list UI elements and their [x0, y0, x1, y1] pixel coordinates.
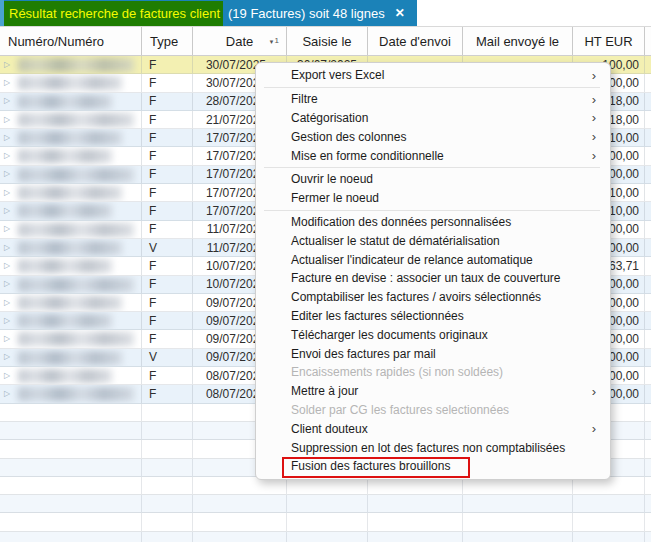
- expand-caret-icon[interactable]: ▷: [4, 372, 10, 380]
- redacted-invoice-number: [18, 76, 122, 90]
- expand-caret-icon[interactable]: ▷: [4, 335, 10, 343]
- col-header-label: Numéro/Numéro: [8, 34, 104, 49]
- empty-cell: [142, 477, 193, 495]
- submenu-arrow-icon: ›: [592, 149, 596, 162]
- cell-value: 18,00: [609, 113, 639, 127]
- expand-caret-icon[interactable]: ▷: [4, 170, 10, 178]
- empty-cell: [142, 422, 193, 440]
- menu-item-comptabiliser-les-factures-avoirs[interactable]: Comptabiliser les factures / avoirs séle…: [256, 288, 610, 307]
- col-header-numero[interactable]: Numéro/Numéro: [0, 27, 142, 55]
- menu-item-mettre-a-jour[interactable]: Mettre à jour›: [256, 382, 610, 401]
- cell-type: F: [142, 74, 193, 92]
- cell-type: F: [142, 385, 193, 403]
- cell-value: F: [149, 186, 156, 200]
- empty-cell: [573, 513, 645, 531]
- empty-cell: [142, 440, 193, 458]
- empty-cell: [368, 513, 463, 531]
- expand-caret-icon[interactable]: ▷: [4, 207, 10, 215]
- expand-caret-icon[interactable]: ▷: [4, 262, 10, 270]
- menu-item-facture-en-devise-associer[interactable]: Facture en devise : associer un taux de …: [256, 269, 610, 288]
- menu-item-envoi-des-factures-par[interactable]: Envoi des factures par mail: [256, 344, 610, 363]
- redacted-invoice-number: [18, 204, 112, 218]
- menu-item-label: Envoi des factures par mail: [291, 347, 436, 361]
- menu-item-client-douteux[interactable]: Client douteux›: [256, 419, 610, 438]
- cell-type: F: [142, 93, 193, 111]
- col-header-type[interactable]: Type: [142, 27, 193, 55]
- expand-caret-icon[interactable]: ▷: [4, 97, 10, 105]
- expand-caret-icon[interactable]: ▷: [4, 353, 10, 361]
- menu-item-actualiser-le-statut-de[interactable]: Actualiser le statut de dématérialisatio…: [256, 231, 610, 250]
- expand-caret-icon[interactable]: ▷: [4, 189, 10, 197]
- expand-caret-icon[interactable]: ▷: [4, 134, 10, 142]
- redacted-invoice-number: [18, 149, 112, 163]
- cell-stub: [645, 367, 651, 385]
- redacted-invoice-number: [18, 223, 134, 237]
- menu-item-filtre[interactable]: Filtre›: [256, 90, 610, 109]
- expand-caret-icon[interactable]: ▷: [4, 60, 10, 68]
- menu-item-label: Client douteux: [291, 422, 368, 436]
- col-header-date-envoi[interactable]: Date d'envoi: [368, 27, 463, 55]
- expand-caret-icon[interactable]: ▷: [4, 243, 10, 251]
- tab-resultat-recherche[interactable]: Résultat recherche de factures client (1…: [0, 0, 417, 26]
- empty-cell: [287, 495, 368, 513]
- cell-numero: ▷: [0, 330, 142, 348]
- expand-caret-icon[interactable]: ▷: [4, 225, 10, 233]
- empty-cell: [645, 532, 651, 542]
- expand-caret-icon[interactable]: ▷: [4, 152, 10, 160]
- sort-descending-icon[interactable]: ▼1: [269, 38, 279, 45]
- tab-close-icon[interactable]: ✕: [395, 6, 405, 20]
- col-header-date[interactable]: Date▼1: [193, 27, 287, 55]
- menu-item-fermer-le-noeud[interactable]: Fermer le noeud: [256, 189, 610, 208]
- empty-cell: [645, 459, 651, 477]
- menu-item-modification-des-donnees-personnalisees[interactable]: Modification des données personnalisées: [256, 213, 610, 232]
- col-header-ht-eur[interactable]: HT EUR: [573, 27, 645, 55]
- redacted-invoice-number: [18, 332, 134, 346]
- cell-numero: ▷: [0, 93, 142, 111]
- col-header-saisie-le[interactable]: Saisie le: [287, 27, 368, 55]
- expand-caret-icon[interactable]: ▷: [4, 79, 10, 87]
- empty-cell: [287, 532, 368, 542]
- menu-item-suppression-en-lot-des[interactable]: Suppression en lot des factures non comp…: [256, 438, 610, 457]
- menu-item-export-vers-excel[interactable]: Export vers Excel›: [256, 66, 610, 85]
- cell-value: F: [149, 131, 156, 145]
- col-header-mail-envoye-le[interactable]: Mail envoyé le: [463, 27, 573, 55]
- cell-type: F: [142, 184, 193, 202]
- empty-cell: [645, 477, 651, 495]
- expand-caret-icon[interactable]: ▷: [4, 298, 10, 306]
- cell-stub: [645, 312, 651, 330]
- cell-value: F: [149, 76, 156, 90]
- cell-stub: [645, 166, 651, 184]
- expand-caret-icon[interactable]: ▷: [4, 280, 10, 288]
- redacted-invoice-number: [18, 113, 134, 127]
- cell-stub: [645, 257, 651, 275]
- empty-cell: [573, 495, 645, 513]
- cell-type: V: [142, 349, 193, 367]
- menu-item-mise-en-forme-conditionnelle[interactable]: Mise en forme conditionnelle›: [256, 146, 610, 165]
- cell-value: F: [149, 204, 156, 218]
- cell-type: F: [142, 330, 193, 348]
- empty-cell: [0, 459, 142, 477]
- redacted-invoice-number: [18, 241, 122, 255]
- redacted-invoice-number: [18, 58, 134, 72]
- cell-numero: ▷: [0, 312, 142, 330]
- cell-type: F: [142, 202, 193, 220]
- cell-numero: ▷: [0, 367, 142, 385]
- menu-item-fusion-des-factures-brouillons[interactable]: Fusion des factures brouillons: [256, 457, 610, 476]
- col-header-label: Date d'envoi: [379, 34, 451, 49]
- menu-item-label: Suppression en lot des factures non comp…: [291, 441, 565, 455]
- cell-value: F: [149, 222, 156, 236]
- menu-item-categorisation[interactable]: Catégorisation›: [256, 109, 610, 128]
- expand-caret-icon[interactable]: ▷: [4, 115, 10, 123]
- submenu-arrow-icon: ›: [592, 69, 596, 82]
- menu-item-actualiser-l-indicateur-de[interactable]: Actualiser l'indicateur de relance autom…: [256, 250, 610, 269]
- menu-item-editer-les-factures-selectionnees[interactable]: Editer les factures sélectionnées: [256, 307, 610, 326]
- expand-caret-icon[interactable]: ▷: [4, 390, 10, 398]
- expand-caret-icon[interactable]: ▷: [4, 317, 10, 325]
- empty-row: [0, 532, 651, 542]
- cell-numero: ▷: [0, 184, 142, 202]
- submenu-arrow-icon: ›: [592, 130, 596, 143]
- menu-item-gestion-des-colonnes[interactable]: Gestion des colonnes›: [256, 127, 610, 146]
- cell-stub: [645, 129, 651, 147]
- menu-item-ouvrir-le-noeud[interactable]: Ouvrir le noeud: [256, 170, 610, 189]
- menu-item-telecharger-les-documents-originaux[interactable]: Télécharger les documents originaux: [256, 325, 610, 344]
